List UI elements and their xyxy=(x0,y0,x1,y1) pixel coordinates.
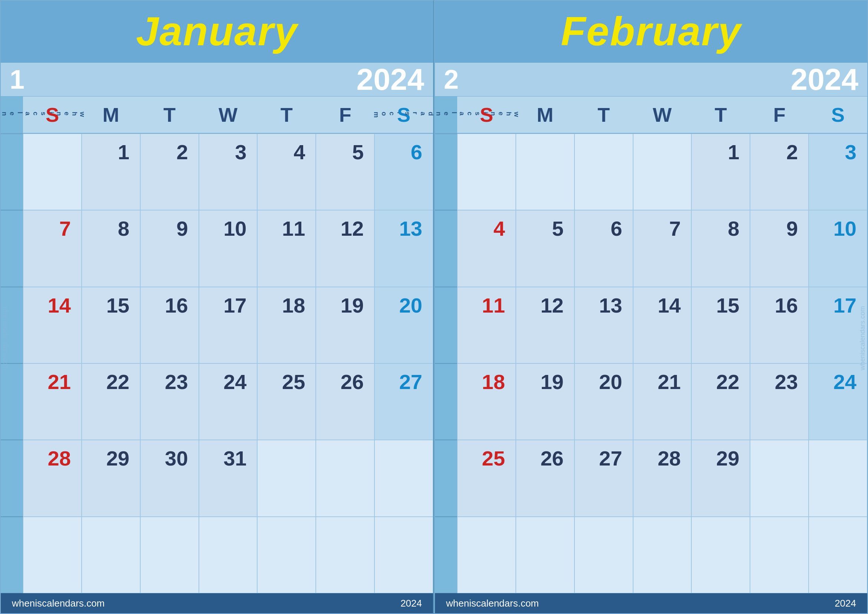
feb-empty-c xyxy=(457,517,516,593)
jan-empty-f xyxy=(140,517,199,593)
feb-day-11: 11 xyxy=(457,287,516,363)
jan-header-tue: T xyxy=(140,96,199,133)
feb-empty-3 xyxy=(575,133,633,210)
jan-day-18: 18 xyxy=(257,287,316,363)
jan-day-8: 8 xyxy=(82,210,140,287)
feb-week-6 xyxy=(435,517,457,593)
jan-day-6: 6 xyxy=(374,133,433,210)
feb-day-15: 15 xyxy=(691,287,750,363)
january-week-col: wheniscalendars.com xyxy=(1,96,23,133)
feb-day-29: 29 xyxy=(691,440,750,516)
january-year: 2024 xyxy=(356,62,424,97)
feb-week-2 xyxy=(435,210,457,287)
feb-empty-1 xyxy=(457,133,516,210)
feb-header-sun: S xyxy=(457,96,516,133)
february-days-header: wheniscalendars.com S M T W T F S xyxy=(435,96,867,133)
feb-day-17: 17 xyxy=(809,287,867,363)
jan-day-19: 19 xyxy=(316,287,374,363)
feb-day-16: 16 xyxy=(750,287,809,363)
jan-day-16: 16 xyxy=(140,287,199,363)
feb-day-3: 3 xyxy=(809,133,867,210)
feb-week-4 xyxy=(435,363,457,440)
feb-empty-i xyxy=(809,517,867,593)
january-year-row: 1 2024 xyxy=(1,63,433,96)
jan-day-26: 26 xyxy=(316,363,374,440)
feb-header-sat: S xyxy=(809,96,867,133)
feb-day-4: 4 xyxy=(457,210,516,287)
jan-week-4 xyxy=(1,363,23,440)
jan-footer-left: wheniscalendars.com xyxy=(12,598,105,609)
feb-empty-2 xyxy=(516,133,575,210)
feb-day-22: 22 xyxy=(691,363,750,440)
feb-week-col: wheniscalendars.com xyxy=(435,96,457,133)
jan-day-23: 23 xyxy=(140,363,199,440)
january-month-number: 1 xyxy=(10,64,25,95)
jan-day-5: 5 xyxy=(316,133,374,210)
jan-day-25: 25 xyxy=(257,363,316,440)
jan-day-12: 12 xyxy=(316,210,374,287)
jan-day-30: 30 xyxy=(140,440,199,516)
feb-day-26: 26 xyxy=(516,440,575,516)
feb-empty-e xyxy=(575,517,633,593)
feb-day-7: 7 xyxy=(633,210,692,287)
feb-day-10: 10 xyxy=(809,210,867,287)
jan-day-11: 11 xyxy=(257,210,316,287)
feb-day-21: 21 xyxy=(633,363,692,440)
feb-day-9: 9 xyxy=(750,210,809,287)
feb-day-5: 5 xyxy=(516,210,575,287)
jan-day-31: 31 xyxy=(199,440,257,516)
february-year-row: 2 2024 xyxy=(435,63,867,96)
feb-day-13: 13 xyxy=(575,287,633,363)
jan-day-21: 21 xyxy=(23,363,82,440)
feb-empty-d xyxy=(516,517,575,593)
feb-day-25: 25 xyxy=(457,440,516,516)
jan-day-27: 27 xyxy=(374,363,433,440)
january-grid: 1 2 3 4 5 6 7 8 9 10 11 12 13 14 15 16 xyxy=(1,133,433,593)
feb-empty-a xyxy=(750,440,809,516)
jan-header-fri: F xyxy=(316,96,374,133)
feb-day-1: 1 xyxy=(691,133,750,210)
jan-day-7: 7 xyxy=(23,210,82,287)
feb-header-fri: F xyxy=(750,96,809,133)
jan-header-mon: M xyxy=(82,96,140,133)
feb-day-20: 20 xyxy=(575,363,633,440)
feb-week-3 xyxy=(435,287,457,363)
february-calendar: February wheniscalendars.com 2 2024 when… xyxy=(434,0,868,614)
feb-day-28: 28 xyxy=(633,440,692,516)
jan-empty-g xyxy=(199,517,257,593)
feb-day-14: 14 xyxy=(633,287,692,363)
jan-day-9: 9 xyxy=(140,210,199,287)
jan-week-2 xyxy=(1,210,23,287)
jan-footer-right: 2024 xyxy=(400,598,422,609)
february-grid: 1 2 3 4 5 6 7 8 9 10 11 12 13 14 15 16 xyxy=(435,133,867,593)
jan-empty-j xyxy=(374,517,433,593)
jan-empty-i xyxy=(316,517,374,593)
feb-empty-f xyxy=(633,517,692,593)
jan-empty-h xyxy=(257,517,316,593)
january-month-header: January xyxy=(1,1,433,63)
jan-day-15: 15 xyxy=(82,287,140,363)
feb-header-tue: T xyxy=(575,96,633,133)
feb-day-8: 8 xyxy=(691,210,750,287)
jan-empty-a xyxy=(257,440,316,516)
jan-day-empty-1 xyxy=(23,133,82,210)
feb-empty-g xyxy=(691,517,750,593)
jan-day-10: 10 xyxy=(199,210,257,287)
jan-day-2: 2 xyxy=(140,133,199,210)
january-body: wheniscalendars.com 1 2024 wheniscalenda… xyxy=(1,63,433,613)
jan-empty-c xyxy=(374,440,433,516)
jan-day-17: 17 xyxy=(199,287,257,363)
feb-header-wed: W xyxy=(633,96,692,133)
january-calendar: January wheniscalendars.com 1 2024 wheni… xyxy=(0,0,434,614)
jan-day-1: 1 xyxy=(82,133,140,210)
jan-day-13: 13 xyxy=(374,210,433,287)
jan-day-29: 29 xyxy=(82,440,140,516)
feb-header-mon: M xyxy=(516,96,575,133)
february-footer: wheniscalendars.com 2024 xyxy=(435,593,867,613)
jan-week-1 xyxy=(1,133,23,210)
january-days-header: wheniscalendars.com S M T W T F S xyxy=(1,96,433,133)
feb-empty-b xyxy=(809,440,867,516)
feb-day-24: 24 xyxy=(809,363,867,440)
jan-day-4: 4 xyxy=(257,133,316,210)
january-footer: wheniscalendars.com 2024 xyxy=(1,593,433,613)
